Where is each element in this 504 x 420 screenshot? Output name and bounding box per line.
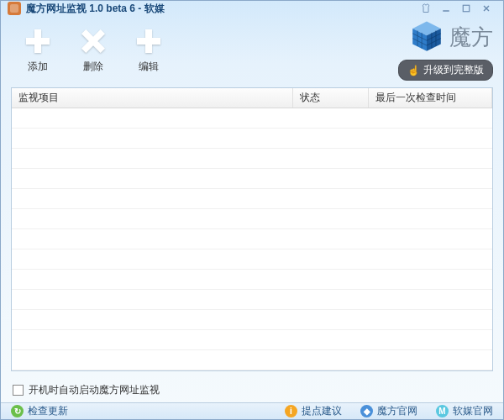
brand-logo: 魔方: [409, 19, 493, 55]
table-row: [12, 290, 492, 310]
table-header: 监视项目 状态 最后一次检查时间: [12, 88, 492, 108]
table-row: [12, 330, 492, 350]
edit-button[interactable]: 编辑: [132, 24, 165, 74]
monitor-table: 监视项目 状态 最后一次检查时间: [11, 87, 493, 371]
table-row: [12, 270, 492, 290]
x-icon: [76, 24, 110, 58]
upgrade-label: 升级到完整版: [423, 63, 484, 77]
toolbar: 添加 删除 编辑: [11, 19, 165, 74]
table-row: [12, 129, 492, 149]
svg-rect-1: [463, 5, 470, 12]
svg-rect-5: [26, 38, 50, 45]
bulb-icon: i: [285, 405, 297, 417]
table-row: [12, 169, 492, 189]
cube-small-icon: ◆: [360, 405, 373, 417]
table-row: [12, 108, 492, 129]
minimize-button[interactable]: [436, 1, 456, 16]
app-icon: [8, 2, 21, 15]
suggest-link[interactable]: i 提点建议: [285, 404, 342, 418]
startup-checkbox[interactable]: [13, 385, 24, 396]
cube-icon: [409, 19, 444, 55]
table-body[interactable]: [12, 108, 492, 370]
table-row: [12, 189, 492, 209]
upgrade-button[interactable]: ☝ 升级到完整版: [398, 60, 493, 81]
svg-rect-7: [137, 38, 160, 45]
maximize-button[interactable]: [456, 1, 476, 16]
table-row: [12, 149, 492, 169]
col-status[interactable]: 状态: [293, 88, 369, 108]
ruanmei-site-link[interactable]: M 软媒官网: [436, 404, 493, 418]
refresh-icon: ↻: [11, 405, 24, 417]
upgrade-arrow-icon: ☝: [407, 65, 420, 76]
check-update-link[interactable]: ↻ 检查更新: [11, 404, 68, 418]
m-icon: M: [436, 405, 449, 417]
mofang-site-link[interactable]: ◆ 魔方官网: [360, 404, 417, 418]
table-row: [12, 350, 492, 370]
brand-name: 魔方: [449, 23, 493, 52]
close-button[interactable]: [476, 1, 496, 16]
plus-icon: [132, 24, 165, 58]
ruanmei-site-label: 软媒官网: [453, 404, 493, 418]
table-row: [12, 229, 492, 249]
footer: ↻ 检查更新 i 提点建议 ◆ 魔方官网 M 软媒官网: [1, 402, 503, 419]
plus-icon: [21, 24, 55, 58]
skin-button[interactable]: [416, 1, 436, 16]
add-button[interactable]: 添加: [21, 24, 55, 74]
table-row: [12, 209, 492, 229]
col-lastcheck[interactable]: 最后一次检查时间: [369, 88, 492, 108]
window-title: 魔方网址监视 1.0 beta 6 - 软媒: [26, 2, 165, 16]
startup-label: 开机时自动启动魔方网址监视: [29, 383, 160, 397]
edit-label: 编辑: [139, 60, 159, 74]
add-label: 添加: [28, 60, 48, 74]
startup-option: 开机时自动启动魔方网址监视: [1, 378, 503, 402]
delete-label: 删除: [83, 60, 103, 74]
table-row: [12, 310, 492, 330]
titlebar: 魔方网址监视 1.0 beta 6 - 软媒: [1, 1, 503, 16]
suggest-label: 提点建议: [302, 404, 342, 418]
col-item[interactable]: 监视项目: [12, 88, 293, 108]
mofang-site-label: 魔方官网: [377, 404, 417, 418]
delete-button[interactable]: 删除: [76, 24, 110, 74]
table-row: [12, 249, 492, 270]
check-update-label: 检查更新: [28, 404, 68, 418]
